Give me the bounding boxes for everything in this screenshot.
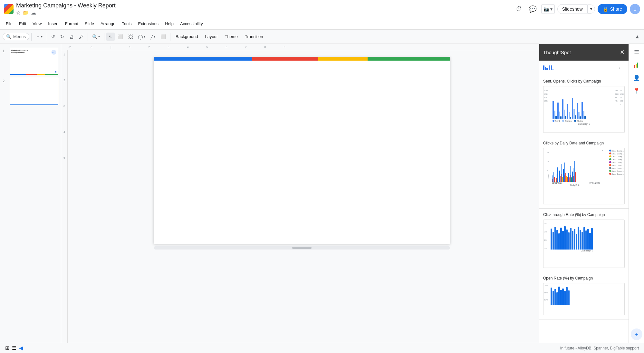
horizontal-scrollbar[interactable] <box>154 246 450 250</box>
redo-button[interactable]: ↻ <box>58 33 66 41</box>
top-right-actions: ⏱ 💬 📷 ▾ Slideshow ▾ 🔒 Share U <box>514 3 640 15</box>
status-text: In future - AlloyDB, Spanner, BigTable s… <box>560 346 639 350</box>
folder-icon[interactable]: 📁 <box>23 10 29 16</box>
slideshow-button[interactable]: Slideshow <box>557 4 587 14</box>
slide-canvas[interactable] <box>154 57 450 244</box>
menu-edit[interactable]: Edit <box>16 20 29 27</box>
legend-clicks: Clicks <box>574 120 583 122</box>
menu-format[interactable]: Format <box>62 20 82 27</box>
menu-accessibility[interactable]: Accessibility <box>177 20 206 27</box>
filmstrip-button[interactable]: ☰ <box>12 345 16 351</box>
comment-button[interactable]: 💬 <box>527 3 539 15</box>
transition-button[interactable]: Transition <box>242 33 266 41</box>
toolbar: 🔍 Menus ＋ ▾ ↺ ↻ 🖨 🖌 🔍 ▾ ↖ ⬜ 🖼 ◯ ▾ ╱ ▾ ⬜ … <box>0 30 644 44</box>
right-side-icons: ☰ 👤 📍 ＋ <box>629 44 644 343</box>
slide-thumb-2[interactable]: 2 <box>3 78 58 105</box>
collapse-toolbar-button[interactable]: ▲ <box>633 32 641 41</box>
ruler-mark: -2 <box>68 45 71 49</box>
undo-button[interactable]: ↺ <box>49 33 57 41</box>
chart-3-container: 3% 2% 1% 0% <box>543 220 625 268</box>
chart-4-title: Open Rate (%) by Campaign <box>543 276 625 280</box>
chart-1-container: 100K 75K 50K 25K 16K 12K 8K 4K 0 <box>543 86 625 133</box>
legend-sent: Sent <box>553 120 560 122</box>
chart3-xlabel: Campaign ↓ <box>551 250 623 252</box>
ruler-mark: 6 <box>226 45 227 49</box>
canvas-scroll-area[interactable] <box>68 50 539 343</box>
chart2-bars <box>552 153 600 182</box>
image-tool[interactable]: 🖼 <box>126 33 135 41</box>
camera-chevron: ▾ <box>550 6 553 12</box>
location-icon-button[interactable]: 📍 <box>631 85 642 97</box>
plus-icon-button[interactable]: ＋ <box>631 328 642 340</box>
menu-tools[interactable]: Tools <box>119 20 135 27</box>
title-icons: ☆ 📁 ☁ <box>16 10 511 16</box>
slide-thumbnail-2 <box>10 78 58 105</box>
share-button[interactable]: 🔒 Share <box>598 4 627 14</box>
chart4-bars <box>551 286 623 305</box>
status-left: ⊞ ☰ ◀ <box>5 345 560 351</box>
camera-button[interactable]: 📷 ▾ <box>541 4 555 14</box>
doc-title-section: Marketing Campaigns - Weekly Report ☆ 📁 … <box>16 2 511 16</box>
panel-back-button[interactable]: ← <box>616 63 625 72</box>
user-avatar[interactable]: U <box>630 4 640 14</box>
ruler-left-mark: 5 <box>63 156 65 159</box>
grid-view-button[interactable]: ⊞ <box>5 345 9 351</box>
chart3-yaxis: 3% 2% 1% 0% <box>544 222 547 250</box>
chart-card-1: Sent, Opens, Clicks by Campaign 100K 75K… <box>539 75 629 137</box>
chart1-legend: Sent Opens Clicks <box>553 120 623 122</box>
ruler-left-mark: 1 <box>63 53 65 56</box>
color-green <box>368 57 450 61</box>
print-button[interactable]: 🖨 <box>67 33 76 41</box>
menu-slide[interactable]: Slide <box>82 20 97 27</box>
layout-button[interactable]: Layout <box>202 33 221 41</box>
menu-insert[interactable]: Insert <box>45 20 62 27</box>
bar-group <box>572 98 576 119</box>
separator-2 <box>47 33 47 41</box>
paintformat-button[interactable]: 🖌 <box>77 33 86 41</box>
textbox-tool[interactable]: ⬜ <box>158 33 168 41</box>
select-tool[interactable]: ↖ <box>106 33 115 41</box>
panel-toolbar: II. ← <box>539 61 629 75</box>
menu-file[interactable]: File <box>3 20 16 27</box>
menu-view[interactable]: View <box>29 20 45 27</box>
chart1-yaxis-right2: 2K 1.5K 1K 500 0 <box>620 89 624 106</box>
chart-card-3: Clickthrough Rate (%) by Campaign 3% 2% … <box>539 209 629 272</box>
layers-icon-button[interactable]: ☰ <box>631 46 642 58</box>
slideshow-dropdown-button[interactable]: ▾ <box>587 5 595 14</box>
doc-title: Marketing Campaigns - Weekly Report <box>16 2 511 9</box>
slides-panel-toggle[interactable]: ◀ <box>19 345 23 351</box>
color-yellow <box>318 57 368 61</box>
shape-tool[interactable]: ◯ ▾ <box>136 33 148 41</box>
canvas-main: 1 2 3 4 5 <box>61 50 539 343</box>
theme-button[interactable]: Theme <box>221 33 241 41</box>
panel-close-button[interactable]: ✕ <box>620 49 625 56</box>
ruler-mark: -1 <box>90 45 93 49</box>
thumb1-dot <box>55 71 57 73</box>
chart1-xlabel: Campaign ↓ <box>545 123 623 125</box>
star-icon[interactable]: ☆ <box>16 10 21 16</box>
cloud-icon[interactable]: ☁ <box>31 10 36 16</box>
menu-help[interactable]: Help <box>162 20 177 27</box>
zoom-button[interactable]: 🔍 ▾ <box>90 33 102 41</box>
menu-extensions[interactable]: Extensions <box>135 20 162 27</box>
line-tool[interactable]: ╱ ▾ <box>148 33 158 41</box>
background-button[interactable]: Background <box>172 33 201 41</box>
ruler-mark: | <box>111 45 111 49</box>
ruler-left-mark: 4 <box>63 130 65 133</box>
people-icon-button[interactable]: 👤 <box>631 72 642 84</box>
svg-rect-2 <box>634 65 635 68</box>
slide-color-bar <box>154 57 450 61</box>
chart2-legend: Email Camp... Email Camp... Email Camp..… <box>609 150 624 175</box>
menu-arrange[interactable]: Arrange <box>97 20 119 27</box>
chart4-yaxis: 34% 18% 12% <box>544 285 548 301</box>
search-box[interactable]: 🔍 Menus <box>3 33 29 40</box>
add-button[interactable]: ＋ ▾ <box>34 32 45 41</box>
history-button[interactable]: ⏱ <box>514 3 524 15</box>
chart-2-container: Clicks 2K 1K 0 Email Camp... Email Camp.… <box>543 148 625 204</box>
ruler-mark: 4 <box>187 45 188 49</box>
ruler-mark: 1 <box>129 45 130 49</box>
bar-group <box>557 103 562 119</box>
frame-tool[interactable]: ⬜ <box>115 33 125 41</box>
slide-thumb-1[interactable]: 1 Marketing CampaignsWeekly Summary G <box>3 48 58 75</box>
thoughtspot-icon-button[interactable] <box>631 59 642 71</box>
